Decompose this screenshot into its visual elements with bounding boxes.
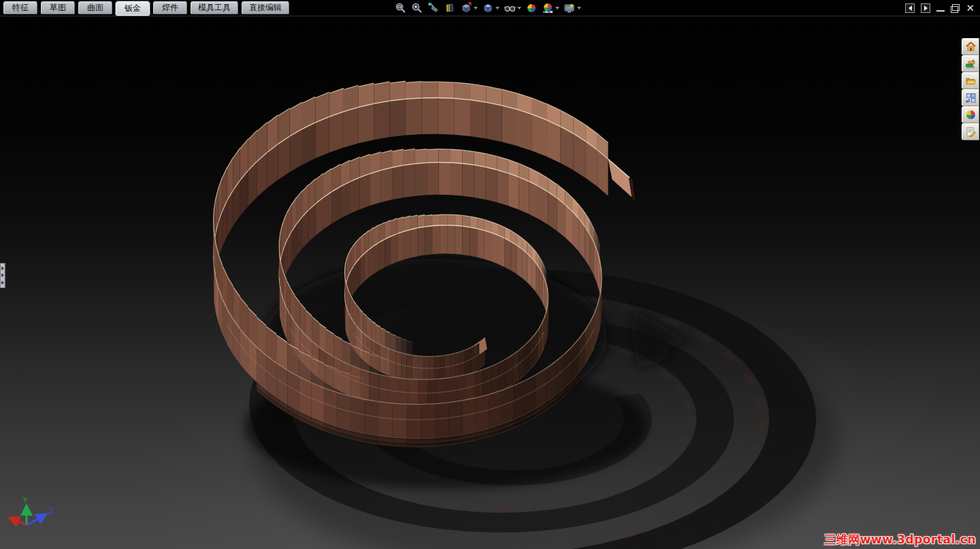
view-orientation-button[interactable]	[459, 1, 479, 15]
taskpane-tab-design-library[interactable]	[962, 55, 979, 72]
solidworks-window: Y Z 三维网www.3dportal.cn 特征草图曲面钣金焊件模具工具直接编…	[0, 0, 980, 549]
apply-scene-button[interactable]	[540, 1, 561, 15]
dropdown-arrow-icon[interactable]	[517, 7, 521, 10]
triangle-icon	[924, 5, 928, 11]
restore-button[interactable]	[951, 4, 960, 13]
triangle-icon	[909, 5, 912, 11]
display-style-icon	[482, 2, 494, 14]
section-view-icon	[444, 2, 456, 14]
heads-up-view-toolbar	[393, 1, 583, 15]
tab-模具工具[interactable]: 模具工具	[191, 1, 238, 14]
commandmanager-tabs: 特征草图曲面钣金焊件模具工具直接编辑	[3, 1, 289, 16]
display-style-button[interactable]	[480, 1, 501, 15]
tab-直接编辑[interactable]: 直接编辑	[242, 1, 289, 14]
dropdown-arrow-icon[interactable]	[495, 7, 500, 10]
reference-triad: Y Z	[4, 496, 65, 537]
tab-特征[interactable]: 特征	[3, 1, 37, 14]
view-orientation-icon	[460, 2, 472, 14]
tab-草图[interactable]: 草图	[41, 1, 75, 14]
chevron-right-icon	[1, 281, 4, 285]
previous-view-icon	[427, 2, 440, 14]
spiral-model-render	[0, 16, 980, 549]
design-library-icon	[965, 58, 977, 69]
taskpane-tab-solidworks-resources[interactable]	[962, 38, 979, 55]
previous-view-button[interactable]	[426, 1, 441, 15]
tab-焊件[interactable]: 焊件	[153, 1, 187, 14]
view-settings-button[interactable]	[562, 1, 583, 15]
solidworks-resources-icon	[965, 41, 977, 52]
dropdown-arrow-icon[interactable]	[577, 7, 581, 10]
chevron-right-icon	[1, 273, 4, 277]
view-settings-icon	[564, 2, 576, 14]
triad-z-axis	[27, 514, 46, 525]
taskpane-tab-view-palette[interactable]	[962, 89, 979, 106]
dropdown-arrow-icon[interactable]	[555, 7, 559, 10]
tab-钣金[interactable]: 钣金	[116, 1, 150, 16]
zoom-to-fit-button[interactable]	[393, 1, 408, 15]
graphics-viewport[interactable]: Y Z 三维网www.3dportal.cn	[0, 16, 980, 549]
triad-y-label: Y	[22, 497, 28, 504]
window-controls: ✕	[905, 3, 975, 13]
titlebar: 特征草图曲面钣金焊件模具工具直接编辑 ✕	[0, 0, 980, 16]
appearances-scenes-icon	[965, 109, 977, 121]
zoom-to-area-button[interactable]	[410, 1, 425, 15]
edit-appearance-icon	[525, 2, 538, 14]
featuremanager-flyout-handle[interactable]	[0, 263, 5, 288]
view-palette-icon	[965, 92, 977, 104]
triad-z-label: Z	[49, 507, 54, 515]
dock-left-button[interactable]	[905, 3, 915, 13]
dock-right-button[interactable]	[921, 3, 930, 13]
triad-x-axis	[10, 518, 27, 525]
file-explorer-icon	[965, 75, 977, 87]
tab-曲面[interactable]: 曲面	[78, 1, 112, 14]
close-button[interactable]: ✕	[966, 3, 975, 13]
section-view-button[interactable]	[442, 1, 457, 15]
hide-show-items-button[interactable]	[502, 1, 523, 15]
chevron-right-icon	[1, 266, 4, 270]
dropdown-arrow-icon[interactable]	[474, 7, 478, 10]
zoom-to-area-icon	[411, 2, 423, 14]
custom-properties-icon	[965, 126, 977, 138]
taskpane-tab-appearances-scenes[interactable]	[962, 106, 979, 123]
taskpane-tab-file-explorer[interactable]	[962, 72, 979, 89]
zoom-to-fit-icon	[395, 2, 407, 14]
edit-appearance-button[interactable]	[524, 1, 539, 15]
task-pane-tab-strip	[962, 38, 979, 140]
taskpane-tab-custom-properties[interactable]	[962, 123, 979, 140]
watermark-text: 三维网www.3dportal.cn	[824, 532, 976, 548]
hide-show-items-icon	[504, 2, 516, 14]
minimize-button[interactable]	[936, 3, 945, 13]
apply-scene-icon	[542, 2, 554, 14]
